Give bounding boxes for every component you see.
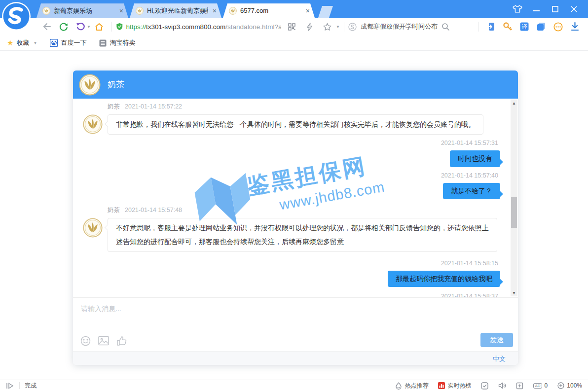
user-message: 2021-01-14 15:58:37 盈利你们审核 [73,293,518,297]
browser-tab-1[interactable]: 新葡京娱乐场 × [37,3,128,18]
hot-recommend[interactable]: 热点推荐 [395,382,428,390]
translate-icon[interactable]: 译 [518,20,531,33]
new-tab-button[interactable] [318,6,333,18]
bookmark-baidu[interactable]: 百度一下 [50,38,86,47]
chat-header: 奶茶 [73,71,518,99]
agent-avatar [83,114,103,134]
minimize-button[interactable] [527,0,546,18]
undo-icon[interactable] [74,20,87,33]
tab-title: Hi,欢迎光临新葡京娱樂場 [147,6,208,15]
browser-tab-2[interactable]: Hi,欢迎光临新葡京娱樂場 × [130,3,221,18]
window-controls [508,0,583,18]
favorites-menu[interactable]: ★ 收藏 ▼ [7,38,37,47]
ad-blocker[interactable]: AD 0 [533,382,548,389]
pages-clipboard-icon[interactable] [535,20,548,33]
thumbs-up-icon[interactable] [116,336,127,346]
refresh-icon[interactable] [57,20,70,33]
tab-favicon-icon [42,7,50,15]
url-text[interactable]: https://tx301-svip3.comm800.com/standalo… [126,23,281,31]
password-key-icon[interactable] [501,20,514,33]
tab-close-icon[interactable]: × [212,7,218,14]
flash-lightning-icon[interactable] [304,20,315,33]
user-message: 2021-01-14 15:58:15 那最起码你把我充值的钱给我吧 [73,260,518,287]
message-time: 2021-01-14 15:57:31 [73,140,498,146]
page-content: 奶茶 奶茶2021-01-14 15:57:22 非常抱歉，我们在线客服暂时无法… [0,51,588,380]
message-meta: 奶茶2021-01-14 15:57:48 [108,206,508,214]
toolbar-separator [478,22,478,32]
zoom-control[interactable]: 100% [557,382,582,389]
agent-avatar [83,218,103,238]
chat-widget: 奶茶 奶茶2021-01-14 15:57:22 非常抱歉，我们在线客服暂时无法… [73,71,518,365]
message-bubble: 那最起码你把我充值的钱给我吧 [388,271,500,287]
search-box[interactable]: 成都寒假放假开学时间公布 [348,22,474,31]
toolbar-extensions: 译 [482,20,583,33]
zoom-plus-icon [557,382,564,389]
back-icon[interactable] [40,20,53,33]
address-bar[interactable]: https://tx301-svip3.comm800.com/standalo… [116,20,340,33]
statusbar-separator [19,382,20,389]
message-time: 2021-01-14 15:57:40 [73,172,498,179]
bookmark-label: 淘宝特卖 [110,38,135,47]
message-sender: 奶茶 [108,207,120,213]
scroll-up-icon[interactable]: ▲ [511,100,517,107]
download-icon[interactable] [568,20,581,33]
speaker-icon [498,382,506,389]
magnifier-icon[interactable] [441,23,450,31]
home-icon[interactable] [93,20,106,33]
message-input[interactable] [81,305,495,326]
ad-badge-icon: AD [533,383,542,389]
browser-toolbar: ▼ https://tx301-svip3.comm800.com/standa… [0,18,588,36]
bookmarks-bar: ★ 收藏 ▼ 百度一下 淘宝特卖 [0,36,588,51]
more-menu-icon[interactable] [551,20,564,33]
image-upload-icon[interactable] [98,336,109,346]
maximize-button[interactable] [546,0,564,18]
chat-input-area: 发送 [73,297,518,351]
star-dropdown-caret-icon[interactable]: ▼ [336,25,340,29]
zoom-level: 100% [567,382,582,389]
trending-chart-icon [438,382,445,389]
task-check[interactable] [481,382,488,390]
message-bubble: 不好意思呢，客服主要是处理网站业务知识，并没有权限可以处理您的状况，都是将相关部… [108,218,497,252]
tab-close-icon[interactable]: × [118,7,124,14]
close-button[interactable] [564,0,583,18]
agent-name: 奶茶 [108,79,124,90]
checkmark-icon [481,382,488,390]
chat-footer: 中文 [73,351,518,365]
screenshot-tool[interactable] [516,382,523,390]
favorites-label: 收藏 [16,38,29,47]
agent-message: 奶茶2021-01-14 15:57:22 非常抱歉，我们在线客服暂时无法给您一… [73,103,518,135]
tab-close-icon[interactable]: × [305,7,311,14]
message-bubble: 非常抱歉，我们在线客服暂时无法给您一个具体的时间，需要等待相关部门核实完毕后，才… [108,114,483,135]
user-message: 2021-01-14 15:57:40 就是不给了？ [73,172,518,200]
chat-message-list[interactable]: 奶茶2021-01-14 15:57:22 非常抱歉，我们在线客服暂时无法给您一… [73,99,518,297]
realtime-trending[interactable]: 实时热榜 [438,382,471,390]
search-suggestion-text[interactable]: 成都寒假放假开学时间公布 [361,22,438,31]
browser-tab-active[interactable]: 6577.com × [223,3,315,18]
emoji-icon[interactable] [80,336,91,346]
agent-avatar [79,74,101,96]
sogou-browser-logo-icon[interactable] [1,1,31,31]
favorite-star-icon[interactable] [322,20,333,33]
tab-title: 新葡京娱乐场 [54,6,115,15]
sidebar-toggle-icon[interactable] [6,383,14,389]
baidu-paw-icon [50,39,58,47]
agent-message: 奶茶2021-01-14 15:57:48 不好意思呢，客服主要是处理网站业务知… [73,206,518,252]
sound-toggle[interactable] [498,382,506,389]
scrollbar-thumb[interactable] [511,197,517,228]
bookmark-taobao[interactable]: 淘宝特卖 [99,38,135,47]
message-sender: 奶茶 [108,103,120,110]
tab-favicon-icon [136,7,144,15]
ad-block-count: 0 [545,382,548,389]
phone-sync-icon[interactable] [484,20,497,33]
chat-scrollbar[interactable]: ▲ ▼ [511,100,517,296]
message-bubble: 就是不给了？ [443,183,500,200]
user-message: 2021-01-14 15:57:31 时间也没有 [73,140,518,167]
language-link[interactable]: 中文 [493,355,506,363]
favorites-caret-icon: ▼ [33,41,37,45]
taobao-doc-icon [99,39,107,47]
theme-skin-icon[interactable] [508,0,527,18]
qr-code-icon[interactable] [286,20,297,33]
send-button[interactable]: 发送 [480,333,513,347]
undo-dropdown-caret-icon[interactable]: ▼ [87,25,91,29]
scroll-down-icon[interactable]: ▼ [511,289,517,296]
